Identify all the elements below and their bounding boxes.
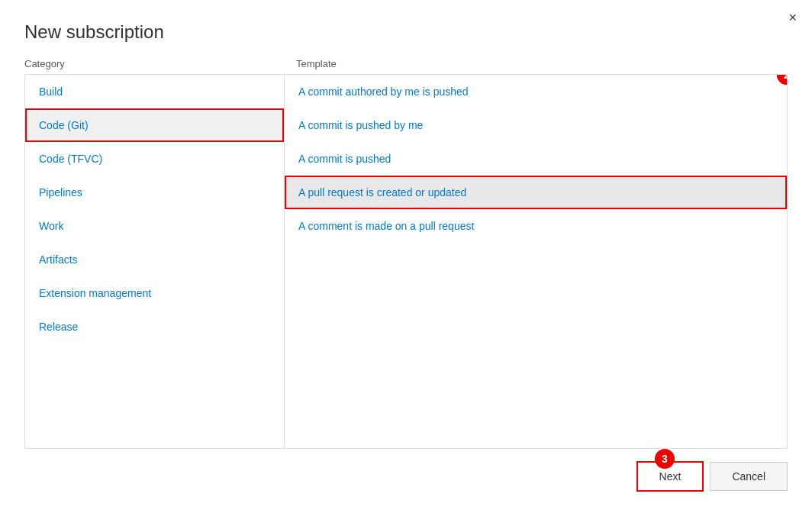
footer: 3 Next Cancel (24, 461, 788, 492)
category-item-code-tfvc[interactable]: Code (TFVC) (25, 142, 284, 176)
template-list: A commit authored by me is pushed A comm… (285, 75, 787, 448)
template-item-commit-pushed-by-me[interactable]: A commit is pushed by me (285, 108, 787, 142)
category-item-release[interactable]: Release (25, 310, 284, 344)
category-item-work[interactable]: Work (25, 209, 284, 243)
dialog-title: New subscription (24, 21, 788, 43)
category-item-extension-management[interactable]: Extension management (25, 276, 284, 310)
new-subscription-dialog: × New subscription Category Template 1 B… (0, 0, 812, 510)
cancel-button[interactable]: Cancel (710, 462, 788, 491)
category-item-pipelines[interactable]: Pipelines (25, 176, 284, 209)
category-item-code-git[interactable]: Code (Git) (25, 108, 284, 142)
close-button[interactable]: × (788, 11, 797, 24)
content-area: 1 Build Code (Git) Code (TFVC) Pipelines… (24, 74, 788, 449)
category-item-build[interactable]: Build (25, 75, 284, 108)
template-item-pull-request[interactable]: A pull request is created or updated (285, 176, 787, 209)
template-item-commit-pushed[interactable]: A commit is pushed (285, 142, 787, 176)
template-label: Template (296, 58, 337, 69)
category-list: Build Code (Git) Code (TFVC) Pipelines W… (25, 75, 284, 448)
category-label: Category (24, 58, 65, 69)
category-item-artifacts[interactable]: Artifacts (25, 243, 284, 276)
template-item-comment-pull[interactable]: A comment is made on a pull request (285, 209, 787, 243)
category-section: Build Code (Git) Code (TFVC) Pipelines W… (25, 75, 285, 448)
template-item-commit-authored[interactable]: A commit authored by me is pushed (285, 75, 787, 108)
step-badge-3: 3 (655, 449, 675, 469)
template-section: 2 A commit authored by me is pushed A co… (285, 75, 787, 448)
